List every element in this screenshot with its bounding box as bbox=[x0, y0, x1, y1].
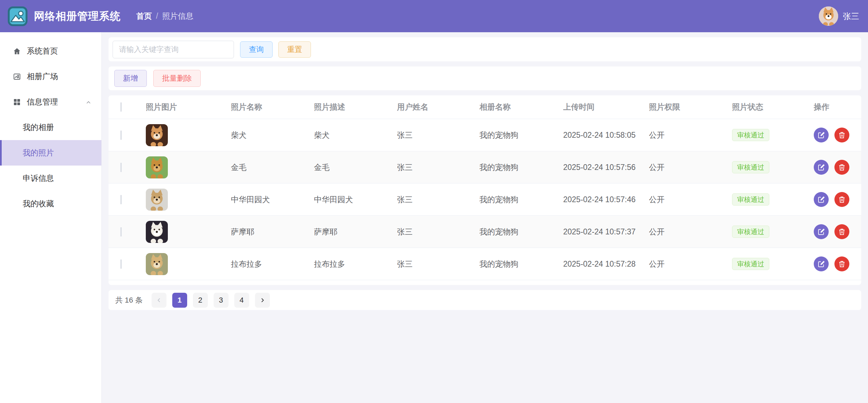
column-header: 照片状态 bbox=[732, 102, 814, 112]
page-button-2[interactable]: 2 bbox=[193, 293, 208, 308]
user-name-cell: 张三 bbox=[397, 162, 479, 173]
photo-name-cell: 中华田园犬 bbox=[231, 194, 314, 205]
delete-button[interactable] bbox=[834, 128, 849, 142]
prev-page-button[interactable] bbox=[152, 293, 166, 308]
table-row: 中华田园犬 中华田园犬 张三 我的宠物狗 2025-02-24 10:57:46… bbox=[108, 184, 861, 216]
main-content: 查询 重置 新增 批量删除 照片图片 照片名称 照片描述 用户姓名 相册名称 上… bbox=[102, 32, 868, 403]
sidebar-subitem-label: 我的相册 bbox=[23, 122, 54, 133]
breadcrumb: 首页 / 照片信息 bbox=[136, 11, 193, 21]
toolbar: 新增 批量删除 bbox=[108, 66, 861, 90]
delete-button[interactable] bbox=[834, 192, 849, 207]
column-header: 相册名称 bbox=[479, 102, 563, 112]
sidebar-item-info-management[interactable]: 信息管理 bbox=[0, 89, 101, 115]
photo-name-cell: 金毛 bbox=[231, 162, 314, 173]
table-row: 拉布拉多 拉布拉多 张三 我的宠物狗 2025-02-24 10:57:28 公… bbox=[108, 248, 861, 280]
status-badge: 审核通过 bbox=[732, 258, 769, 270]
batch-delete-button[interactable]: 批量删除 bbox=[153, 70, 201, 87]
row-checkbox[interactable] bbox=[120, 163, 122, 172]
row-checkbox[interactable] bbox=[120, 131, 122, 140]
permission-cell: 公开 bbox=[649, 162, 732, 173]
permission-cell: 公开 bbox=[649, 227, 732, 237]
sidebar-subitem-label: 我的照片 bbox=[23, 148, 54, 158]
photo-name-cell: 拉布拉多 bbox=[231, 259, 314, 269]
column-header: 照片权限 bbox=[649, 102, 732, 112]
row-checkbox[interactable] bbox=[120, 195, 122, 204]
album-name-cell: 我的宠物狗 bbox=[479, 130, 563, 140]
photo-desc-cell: 中华田园犬 bbox=[314, 194, 397, 205]
photo-name-cell: 萨摩耶 bbox=[231, 227, 314, 237]
column-header: 照片名称 bbox=[231, 102, 314, 112]
reset-button[interactable]: 重置 bbox=[278, 41, 311, 58]
album-name-cell: 我的宠物狗 bbox=[479, 162, 563, 173]
status-badge: 审核通过 bbox=[732, 226, 769, 238]
page-button-3[interactable]: 3 bbox=[214, 293, 229, 308]
delete-button[interactable] bbox=[834, 224, 849, 239]
edit-button[interactable] bbox=[814, 224, 829, 239]
edit-button[interactable] bbox=[814, 256, 829, 271]
photo-thumbnail[interactable] bbox=[146, 124, 168, 146]
sidebar-item-label: 相册广场 bbox=[27, 71, 58, 82]
user-name: 张三 bbox=[843, 11, 859, 22]
photo-desc-cell: 金毛 bbox=[314, 162, 397, 173]
breadcrumb-separator: / bbox=[156, 12, 158, 21]
sidebar-subitem-label: 申诉信息 bbox=[23, 173, 54, 184]
row-checkbox[interactable] bbox=[120, 260, 122, 269]
page-button-4[interactable]: 4 bbox=[234, 293, 249, 308]
page-button-1[interactable]: 1 bbox=[172, 293, 187, 308]
sidebar-item-appeal-info[interactable]: 申诉信息 bbox=[0, 166, 101, 191]
permission-cell: 公开 bbox=[649, 259, 732, 269]
next-page-button[interactable] bbox=[255, 293, 270, 308]
photo-desc-cell: 萨摩耶 bbox=[314, 227, 397, 237]
app-logo-icon bbox=[7, 6, 28, 26]
photo-thumbnail[interactable] bbox=[146, 189, 168, 211]
app-title: 网络相册管理系统 bbox=[34, 9, 121, 23]
column-header: 照片图片 bbox=[146, 102, 231, 112]
pagination-pages: 1234 bbox=[172, 293, 249, 308]
sidebar-item-album-square[interactable]: 相册广场 bbox=[0, 64, 101, 89]
photo-thumbnail[interactable] bbox=[146, 156, 168, 178]
status-badge: 审核通过 bbox=[732, 129, 769, 141]
sidebar-item-my-albums[interactable]: 我的相册 bbox=[0, 115, 101, 140]
table-header-row: 照片图片 照片名称 照片描述 用户姓名 相册名称 上传时间 照片权限 照片状态 … bbox=[108, 95, 861, 119]
query-button[interactable]: 查询 bbox=[240, 41, 273, 58]
grid-icon bbox=[13, 98, 21, 106]
breadcrumb-home[interactable]: 首页 bbox=[136, 11, 152, 21]
sidebar-item-label: 系统首页 bbox=[27, 46, 58, 56]
gallery-icon bbox=[13, 73, 21, 81]
photo-desc-cell: 柴犬 bbox=[314, 130, 397, 140]
search-input[interactable] bbox=[113, 41, 234, 58]
album-name-cell: 我的宠物狗 bbox=[479, 194, 563, 205]
sidebar-item-system-home[interactable]: 系统首页 bbox=[0, 38, 101, 64]
breadcrumb-current: 照片信息 bbox=[162, 11, 193, 21]
user-avatar[interactable] bbox=[819, 6, 838, 26]
pagination-total: 共 16 条 bbox=[115, 295, 143, 305]
upload-time-cell: 2025-02-24 10:57:46 bbox=[563, 195, 649, 204]
sidebar-item-label: 信息管理 bbox=[27, 97, 58, 107]
upload-time-cell: 2025-02-24 10:58:05 bbox=[563, 131, 649, 140]
pagination: 共 16 条 1234 bbox=[108, 290, 861, 310]
chevron-up-icon bbox=[85, 99, 92, 105]
delete-button[interactable] bbox=[834, 256, 849, 271]
photo-thumbnail[interactable] bbox=[146, 253, 168, 275]
column-header: 操作 bbox=[814, 102, 861, 112]
row-checkbox[interactable] bbox=[120, 227, 122, 236]
edit-button[interactable] bbox=[814, 160, 829, 175]
delete-button[interactable] bbox=[834, 160, 849, 175]
album-name-cell: 我的宠物狗 bbox=[479, 259, 563, 269]
photo-thumbnail[interactable] bbox=[146, 221, 168, 243]
edit-button[interactable] bbox=[814, 192, 829, 207]
select-all-checkbox[interactable] bbox=[120, 102, 122, 112]
add-button[interactable]: 新增 bbox=[114, 70, 147, 87]
sidebar-subitem-label: 我的收藏 bbox=[23, 198, 54, 209]
sidebar-item-my-favorites[interactable]: 我的收藏 bbox=[0, 191, 101, 216]
sidebar-item-my-photos[interactable]: 我的照片 bbox=[0, 140, 101, 166]
column-header: 照片描述 bbox=[314, 102, 397, 112]
upload-time-cell: 2025-02-24 10:57:37 bbox=[563, 227, 649, 236]
user-name-cell: 张三 bbox=[397, 227, 479, 237]
table-row: 柴犬 柴犬 张三 我的宠物狗 2025-02-24 10:58:05 公开 审核… bbox=[108, 119, 861, 151]
permission-cell: 公开 bbox=[649, 130, 732, 140]
upload-time-cell: 2025-02-24 10:57:56 bbox=[563, 163, 649, 172]
table-row: 金毛 金毛 张三 我的宠物狗 2025-02-24 10:57:56 公开 审核… bbox=[108, 151, 861, 184]
edit-button[interactable] bbox=[814, 128, 829, 142]
app-header: 网络相册管理系统 首页 / 照片信息 张三 bbox=[0, 0, 868, 32]
